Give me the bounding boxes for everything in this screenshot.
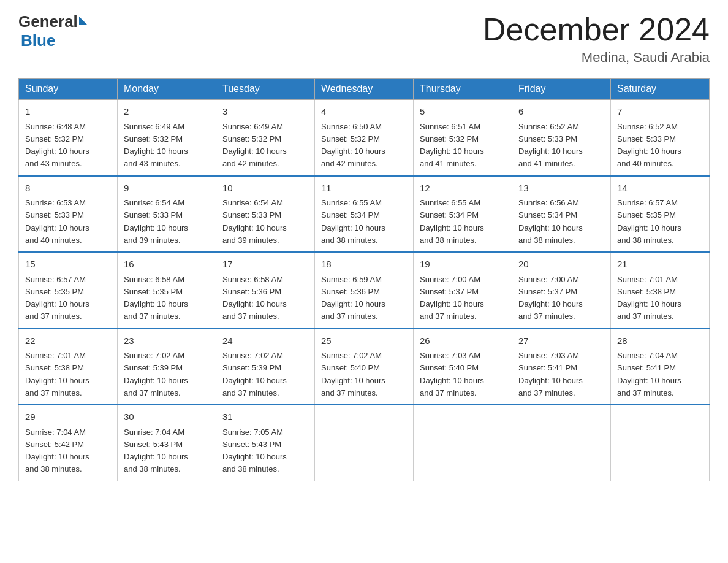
- calendar-cell: 3 Sunrise: 6:49 AMSunset: 5:32 PMDayligh…: [216, 100, 315, 176]
- header-wednesday: Wednesday: [315, 79, 414, 100]
- calendar-cell: 31 Sunrise: 7:05 AMSunset: 5:43 PMDaylig…: [216, 405, 315, 481]
- day-number: 22: [25, 334, 111, 348]
- day-info: Sunrise: 6:54 AMSunset: 5:33 PMDaylight:…: [124, 198, 188, 245]
- day-number: 23: [124, 334, 210, 348]
- day-info: Sunrise: 6:57 AMSunset: 5:35 PMDaylight:…: [617, 198, 681, 245]
- calendar-cell: 24 Sunrise: 7:02 AMSunset: 5:39 PMDaylig…: [216, 329, 315, 405]
- day-info: Sunrise: 7:04 AMSunset: 5:42 PMDaylight:…: [25, 427, 89, 474]
- calendar-cell: 23 Sunrise: 7:02 AMSunset: 5:39 PMDaylig…: [118, 329, 216, 405]
- calendar-cell: 17 Sunrise: 6:58 AMSunset: 5:36 PMDaylig…: [216, 252, 315, 329]
- calendar-cell: 21 Sunrise: 7:01 AMSunset: 5:38 PMDaylig…: [611, 252, 710, 329]
- calendar-cell: 2 Sunrise: 6:49 AMSunset: 5:32 PMDayligh…: [118, 100, 216, 176]
- calendar-cell: 29 Sunrise: 7:04 AMSunset: 5:42 PMDaylig…: [19, 405, 118, 481]
- day-number: 19: [420, 258, 506, 272]
- day-info: Sunrise: 6:49 AMSunset: 5:32 PMDaylight:…: [222, 122, 287, 169]
- header-sunday: Sunday: [19, 79, 118, 100]
- day-info: Sunrise: 6:50 AMSunset: 5:32 PMDaylight:…: [321, 122, 385, 169]
- calendar-cell: 28 Sunrise: 7:04 AMSunset: 5:41 PMDaylig…: [611, 329, 710, 405]
- month-title: December 2024: [483, 12, 710, 47]
- day-number: 31: [222, 410, 308, 424]
- day-info: Sunrise: 6:53 AMSunset: 5:33 PMDaylight:…: [25, 198, 89, 245]
- day-info: Sunrise: 6:49 AMSunset: 5:32 PMDaylight:…: [124, 122, 188, 169]
- day-number: 8: [25, 182, 111, 196]
- day-number: 25: [321, 334, 407, 348]
- day-number: 26: [420, 334, 506, 348]
- header-tuesday: Tuesday: [216, 79, 315, 100]
- day-number: 16: [124, 258, 210, 272]
- calendar-cell: 25 Sunrise: 7:02 AMSunset: 5:40 PMDaylig…: [315, 329, 414, 405]
- day-number: 12: [420, 182, 506, 196]
- calendar-cell: 6 Sunrise: 6:52 AMSunset: 5:33 PMDayligh…: [512, 100, 611, 176]
- day-number: 27: [518, 334, 604, 348]
- day-number: 3: [222, 105, 308, 119]
- day-info: Sunrise: 6:58 AMSunset: 5:35 PMDaylight:…: [124, 275, 188, 321]
- calendar-cell: [315, 405, 414, 481]
- week-row-5: 29 Sunrise: 7:04 AMSunset: 5:42 PMDaylig…: [19, 405, 710, 481]
- week-row-1: 1 Sunrise: 6:48 AMSunset: 5:32 PMDayligh…: [19, 100, 710, 176]
- logo: General Blue: [18, 12, 88, 50]
- day-number: 14: [617, 182, 703, 196]
- day-info: Sunrise: 7:03 AMSunset: 5:40 PMDaylight:…: [420, 351, 484, 397]
- calendar-cell: 11 Sunrise: 6:55 AMSunset: 5:34 PMDaylig…: [315, 176, 414, 253]
- calendar-cell: 4 Sunrise: 6:50 AMSunset: 5:32 PMDayligh…: [315, 100, 414, 176]
- day-info: Sunrise: 6:52 AMSunset: 5:33 PMDaylight:…: [518, 122, 583, 169]
- title-area: December 2024 Medina, Saudi Arabia: [483, 12, 710, 66]
- calendar-cell: [414, 405, 512, 481]
- calendar-cell: 13 Sunrise: 6:56 AMSunset: 5:34 PMDaylig…: [512, 176, 611, 253]
- calendar-cell: 30 Sunrise: 7:04 AMSunset: 5:43 PMDaylig…: [118, 405, 216, 481]
- calendar-cell: 14 Sunrise: 6:57 AMSunset: 5:35 PMDaylig…: [611, 176, 710, 253]
- day-info: Sunrise: 6:48 AMSunset: 5:32 PMDaylight:…: [25, 122, 89, 169]
- day-number: 30: [124, 410, 210, 424]
- calendar-cell: 7 Sunrise: 6:52 AMSunset: 5:33 PMDayligh…: [611, 100, 710, 176]
- day-info: Sunrise: 7:02 AMSunset: 5:39 PMDaylight:…: [124, 351, 188, 397]
- day-info: Sunrise: 7:00 AMSunset: 5:37 PMDaylight:…: [518, 275, 583, 321]
- calendar-cell: [611, 405, 710, 481]
- day-number: 6: [518, 105, 604, 119]
- calendar-cell: 8 Sunrise: 6:53 AMSunset: 5:33 PMDayligh…: [19, 176, 118, 253]
- header-thursday: Thursday: [414, 79, 512, 100]
- calendar-cell: 10 Sunrise: 6:54 AMSunset: 5:33 PMDaylig…: [216, 176, 315, 253]
- day-info: Sunrise: 6:52 AMSunset: 5:33 PMDaylight:…: [617, 122, 681, 169]
- calendar-cell: 19 Sunrise: 7:00 AMSunset: 5:37 PMDaylig…: [414, 252, 512, 329]
- calendar-cell: 15 Sunrise: 6:57 AMSunset: 5:35 PMDaylig…: [19, 252, 118, 329]
- day-number: 2: [124, 105, 210, 119]
- day-info: Sunrise: 7:04 AMSunset: 5:41 PMDaylight:…: [617, 351, 681, 397]
- day-info: Sunrise: 6:51 AMSunset: 5:32 PMDaylight:…: [420, 122, 484, 169]
- header-saturday: Saturday: [611, 79, 710, 100]
- day-info: Sunrise: 6:55 AMSunset: 5:34 PMDaylight:…: [321, 198, 385, 245]
- day-number: 10: [222, 182, 308, 196]
- page-header: General Blue December 2024 Medina, Saudi…: [18, 12, 710, 66]
- day-number: 9: [124, 182, 210, 196]
- day-info: Sunrise: 7:05 AMSunset: 5:43 PMDaylight:…: [222, 427, 287, 474]
- day-number: 5: [420, 105, 506, 119]
- logo-triangle-icon: [79, 17, 88, 25]
- calendar-cell: 12 Sunrise: 6:55 AMSunset: 5:34 PMDaylig…: [414, 176, 512, 253]
- week-row-4: 22 Sunrise: 7:01 AMSunset: 5:38 PMDaylig…: [19, 329, 710, 405]
- day-info: Sunrise: 7:02 AMSunset: 5:40 PMDaylight:…: [321, 351, 385, 397]
- calendar-cell: 9 Sunrise: 6:54 AMSunset: 5:33 PMDayligh…: [118, 176, 216, 253]
- calendar-cell: 27 Sunrise: 7:03 AMSunset: 5:41 PMDaylig…: [512, 329, 611, 405]
- day-number: 1: [25, 105, 111, 119]
- calendar-cell: 1 Sunrise: 6:48 AMSunset: 5:32 PMDayligh…: [19, 100, 118, 176]
- day-number: 21: [617, 258, 703, 272]
- day-number: 13: [518, 182, 604, 196]
- weekday-header-row: SundayMondayTuesdayWednesdayThursdayFrid…: [19, 79, 710, 100]
- day-info: Sunrise: 7:02 AMSunset: 5:39 PMDaylight:…: [222, 351, 287, 397]
- day-info: Sunrise: 6:56 AMSunset: 5:34 PMDaylight:…: [518, 198, 583, 245]
- day-info: Sunrise: 7:00 AMSunset: 5:37 PMDaylight:…: [420, 275, 484, 321]
- day-info: Sunrise: 6:59 AMSunset: 5:36 PMDaylight:…: [321, 275, 385, 321]
- day-number: 20: [518, 258, 604, 272]
- header-monday: Monday: [118, 79, 216, 100]
- location-subtitle: Medina, Saudi Arabia: [483, 50, 710, 66]
- day-info: Sunrise: 7:04 AMSunset: 5:43 PMDaylight:…: [124, 427, 188, 474]
- day-number: 18: [321, 258, 407, 272]
- day-number: 4: [321, 105, 407, 119]
- logo-general-text: General: [18, 12, 78, 31]
- day-number: 17: [222, 258, 308, 272]
- day-info: Sunrise: 7:03 AMSunset: 5:41 PMDaylight:…: [518, 351, 583, 397]
- calendar-table: SundayMondayTuesdayWednesdayThursdayFrid…: [18, 78, 710, 481]
- logo-blue-text: Blue: [21, 31, 55, 50]
- day-number: 15: [25, 258, 111, 272]
- calendar-cell: 16 Sunrise: 6:58 AMSunset: 5:35 PMDaylig…: [118, 252, 216, 329]
- week-row-2: 8 Sunrise: 6:53 AMSunset: 5:33 PMDayligh…: [19, 176, 710, 253]
